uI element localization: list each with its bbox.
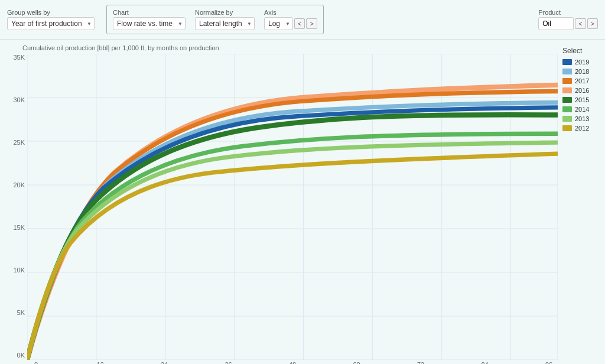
product-next-button[interactable]: > — [587, 18, 598, 29]
product-control: Product < > — [538, 9, 598, 30]
axis-nav: Log < > — [264, 17, 317, 30]
chart-control: Chart Flow rate vs. time — [113, 9, 186, 30]
group-wells-select[interactable]: Year of first production — [7, 17, 95, 30]
chart-area: Cumulative oil production [bbl] per 1,00… — [0, 40, 605, 364]
x-tick: 72 — [412, 361, 430, 364]
x-tick: 84 — [476, 361, 494, 364]
group-wells-select-wrapper: Year of first production — [7, 17, 95, 30]
chart-title: Cumulative oil production [bbl] per 1,00… — [5, 44, 558, 54]
y-tick: 10K — [13, 266, 25, 274]
legend-year-label: 2018 — [575, 68, 589, 75]
plot-and-x: 01224364860728496 — [27, 54, 558, 364]
group-wells-control: Group wells by Year of first production — [7, 9, 95, 30]
top-bar: Group wells by Year of first production … — [0, 0, 605, 40]
legend-item[interactable]: 2015 — [562, 96, 600, 103]
chart-controls-box: Chart Flow rate vs. time Normalize by La… — [106, 5, 324, 34]
x-tick: 96 — [540, 361, 558, 364]
normalize-control: Normalize by Lateral length — [195, 9, 255, 30]
x-axis-ticks: 01224364860728496 — [27, 360, 558, 364]
legend-items: 20192018201720162015201420132012 — [562, 58, 600, 132]
chart-select[interactable]: Flow rate vs. time — [113, 17, 186, 30]
axis-control: Axis Log < > — [264, 9, 317, 30]
legend-year-label: 2012 — [575, 125, 589, 132]
product-input[interactable] — [538, 17, 574, 30]
legend: Select 20192018201720162015201420132012 — [558, 44, 605, 364]
legend-year-label: 2019 — [575, 58, 589, 66]
group-wells-label: Group wells by — [7, 9, 95, 16]
legend-item[interactable]: 2016 — [562, 87, 600, 94]
normalize-label: Normalize by — [195, 9, 255, 16]
legend-color-swatch — [562, 116, 572, 122]
y-tick: 20K — [13, 181, 25, 188]
legend-year-label: 2013 — [575, 115, 589, 122]
product-label: Product — [538, 9, 598, 16]
legend-color-swatch — [562, 106, 572, 112]
axis-label: Axis — [264, 9, 317, 16]
legend-item[interactable]: 2018 — [562, 68, 600, 75]
legend-item[interactable]: 2012 — [562, 125, 600, 132]
legend-year-label: 2016 — [575, 87, 589, 94]
chart-container: Cumulative oil production [bbl] per 1,00… — [5, 44, 558, 364]
legend-color-swatch — [562, 59, 572, 65]
legend-color-swatch — [562, 78, 572, 84]
x-tick: 36 — [220, 361, 238, 364]
axis-select[interactable]: Log — [264, 17, 293, 30]
legend-year-label: 2015 — [575, 96, 589, 103]
y-axis-ticks: 0K5K10K15K20K25K30K35K — [5, 54, 27, 364]
legend-color-swatch — [562, 87, 572, 93]
legend-year-label: 2014 — [575, 106, 589, 113]
x-tick: 48 — [284, 361, 301, 364]
y-tick: 30K — [13, 96, 25, 103]
chart-label: Chart — [113, 9, 186, 16]
chart-select-wrapper: Flow rate vs. time — [113, 17, 186, 30]
legend-title: Select — [562, 47, 600, 55]
axis-next-button[interactable]: > — [306, 18, 317, 29]
legend-item[interactable]: 2017 — [562, 77, 600, 84]
product-prev-button[interactable]: < — [575, 18, 586, 29]
legend-color-swatch — [562, 97, 572, 103]
legend-color-swatch — [562, 125, 572, 131]
legend-color-swatch — [562, 69, 572, 74]
chart-svg — [27, 54, 558, 360]
x-tick: 0 — [27, 361, 45, 364]
chart-inner: 0K5K10K15K20K25K30K35K — [5, 54, 558, 364]
legend-item[interactable]: 2014 — [562, 106, 600, 113]
normalize-select[interactable]: Lateral length — [195, 17, 255, 30]
y-tick: 5K — [17, 309, 25, 316]
x-tick: 60 — [348, 361, 366, 364]
axis-select-wrapper: Log — [264, 17, 293, 30]
y-tick: 35K — [13, 54, 25, 61]
y-tick: 25K — [13, 139, 25, 146]
normalize-select-wrapper: Lateral length — [195, 17, 255, 30]
legend-item[interactable]: 2019 — [562, 58, 600, 66]
y-tick: 0K — [17, 352, 25, 359]
legend-year-label: 2017 — [575, 77, 589, 84]
x-tick: 12 — [92, 361, 109, 364]
axis-prev-button[interactable]: < — [294, 18, 305, 29]
product-input-wrap: < > — [538, 17, 598, 30]
y-tick: 15K — [13, 224, 25, 231]
legend-item[interactable]: 2013 — [562, 115, 600, 122]
x-tick: 24 — [155, 361, 173, 364]
